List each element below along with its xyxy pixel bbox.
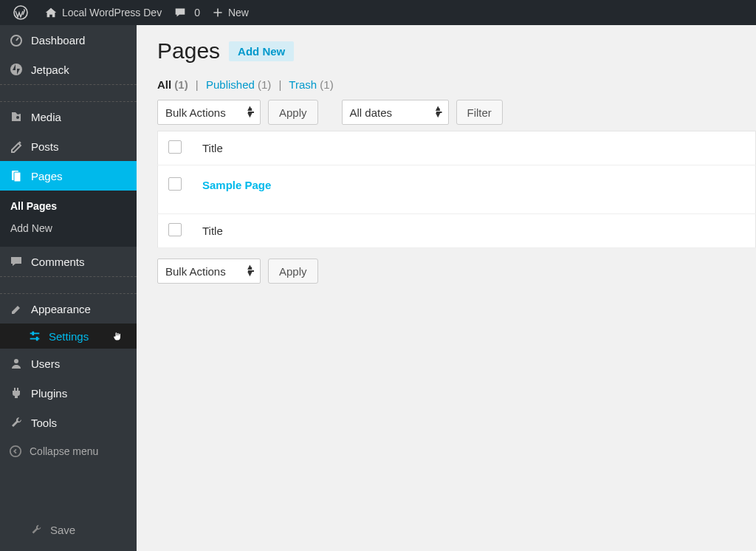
add-new-button[interactable]: Add New [229, 41, 294, 61]
sidebar-label-tools: Tools [31, 417, 57, 429]
table-row: Sample Page [158, 165, 756, 214]
status-filters: All (1) | Published (1) | Trash (1) [157, 78, 756, 91]
svg-rect-9 [36, 337, 38, 340]
tools-icon [9, 415, 24, 430]
sidebar-item-media[interactable]: Media [0, 102, 137, 131]
svg-rect-8 [32, 332, 34, 335]
apply-button-top[interactable]: Apply [268, 100, 318, 125]
updown-icon: ▲▼ [434, 105, 442, 118]
submenu-add-new[interactable]: Add New [0, 217, 137, 239]
new-label: New [228, 7, 249, 18]
select-all-checkbox-top[interactable] [168, 140, 182, 154]
settings-icon [28, 329, 41, 343]
sidebar-label-appearance: Appearance [31, 303, 91, 315]
select-all-checkbox-bottom[interactable] [168, 223, 182, 236]
content-area: Pages Add New All (1) | Published (1) | … [137, 25, 756, 551]
plus-icon [212, 7, 224, 18]
pages-table: Title Sample Page Title [157, 131, 756, 248]
sidebar-label-settings: Settings [49, 330, 89, 343]
media-icon [9, 109, 24, 124]
dashboard-icon [9, 32, 24, 47]
pages-submenu: All Pages Add New [0, 191, 137, 247]
sidebar-item-pages[interactable]: Pages [0, 161, 137, 191]
appearance-icon [9, 301, 24, 316]
comment-icon [173, 6, 187, 19]
top-actions: Bulk Actions ▲▼ Apply All dates ▲▼ Filte… [157, 100, 756, 125]
collapse-menu[interactable]: Collapse menu [0, 437, 137, 465]
home-icon [44, 6, 58, 19]
column-title[interactable]: Title [192, 131, 756, 165]
svg-rect-6 [30, 333, 40, 335]
svg-point-11 [10, 446, 21, 456]
wordpress-icon [13, 5, 28, 20]
site-name: Local WordPress Dev [62, 7, 162, 18]
column-title-footer[interactable]: Title [192, 214, 756, 248]
sidebar-label-dashboard: Dashboard [31, 34, 85, 47]
svg-point-10 [14, 359, 18, 363]
sidebar-item-users[interactable]: Users [0, 349, 137, 378]
filter-trash[interactable]: Trash (1) [289, 78, 333, 91]
plugins-icon [9, 386, 24, 400]
menu-separator [0, 84, 137, 102]
sidebar-label-plugins: Plugins [31, 387, 67, 400]
sidebar-label-posts: Posts [31, 140, 59, 153]
filter-all[interactable]: All (1) [157, 78, 191, 91]
filter-button[interactable]: Filter [456, 100, 503, 125]
apply-button-bottom[interactable]: Apply [268, 259, 318, 284]
sidebar-label-media: Media [31, 111, 61, 123]
updown-icon: ▲▼ [246, 264, 254, 277]
collapse-icon [9, 445, 22, 458]
updown-icon: ▲▼ [246, 105, 254, 118]
row-checkbox[interactable] [168, 177, 182, 191]
collapse-label: Collapse menu [30, 445, 98, 457]
pages-icon [9, 168, 24, 183]
table-footer-row: Title [158, 214, 756, 248]
posts-icon [9, 139, 24, 154]
sidebar-item-settings[interactable]: Settings [0, 324, 137, 349]
svg-point-3 [16, 116, 19, 119]
table-header-row: Title [158, 131, 756, 165]
submenu-all-pages[interactable]: All Pages [0, 195, 137, 217]
sidebar-item-comments[interactable]: Comments [0, 247, 137, 276]
save-label: Save [50, 524, 75, 536]
wp-logo[interactable] [7, 0, 38, 25]
sidebar-item-plugins[interactable]: Plugins [0, 378, 137, 408]
sidebar-item-jetpack[interactable]: Jetpack [0, 55, 137, 84]
svg-rect-5 [14, 172, 21, 182]
new-content-link[interactable]: New [206, 0, 255, 25]
row-title-link[interactable]: Sample Page [202, 179, 271, 191]
page-header: Pages Add New [157, 38, 756, 64]
sidebar-item-posts[interactable]: Posts [0, 131, 137, 161]
bottom-actions: Bulk Actions ▲▼ Apply [157, 259, 756, 284]
sidebar-item-tools[interactable]: Tools [0, 408, 137, 437]
filter-published[interactable]: Published (1) [206, 78, 275, 91]
comments-icon [9, 254, 24, 269]
bulk-actions-select-bottom[interactable]: Bulk Actions ▲▼ [157, 259, 261, 284]
wrench-icon [30, 523, 43, 536]
cursor-hand-icon [111, 330, 123, 342]
menu-separator [0, 276, 137, 294]
sidebar-item-appearance[interactable]: Appearance [0, 294, 137, 324]
svg-point-2 [10, 64, 22, 75]
users-icon [9, 356, 24, 371]
comments-count: 0 [194, 7, 200, 18]
page-title: Pages [157, 38, 220, 64]
admin-sidebar: Dashboard Jetpack Media Posts Pages All … [0, 25, 137, 551]
admin-bar: Local WordPress Dev 0 New [0, 0, 756, 25]
date-filter-select[interactable]: All dates ▲▼ [342, 100, 449, 125]
sidebar-label-jetpack: Jetpack [31, 64, 69, 76]
sidebar-label-users: Users [31, 357, 60, 370]
sidebar-label-comments: Comments [31, 256, 85, 268]
site-link[interactable]: Local WordPress Dev [38, 0, 168, 25]
sidebar-item-dashboard[interactable]: Dashboard [0, 25, 137, 55]
jetpack-icon [9, 62, 24, 77]
comments-link[interactable]: 0 [168, 0, 206, 25]
bulk-actions-select[interactable]: Bulk Actions ▲▼ [157, 100, 261, 125]
save-button[interactable]: Save [0, 517, 137, 542]
sidebar-label-pages: Pages [31, 170, 63, 182]
